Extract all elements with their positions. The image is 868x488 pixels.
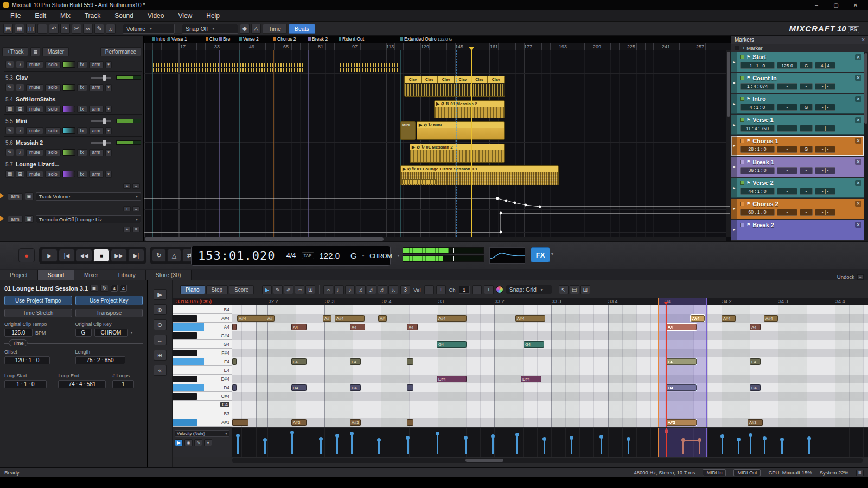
fx-button[interactable]: fx (77, 127, 87, 134)
loop-icon[interactable]: ↻ (100, 285, 108, 292)
midi-in-indicator[interactable]: MIDI In (703, 469, 726, 476)
marker-tempo[interactable]: - (777, 104, 797, 111)
loop-start-field[interactable]: 1 : 1 : 0 (4, 380, 47, 388)
midi-note[interactable]: A#4 (722, 315, 736, 322)
track-layout-icon[interactable]: ≣ (30, 47, 40, 56)
quarter-note-icon[interactable]: ♪ (345, 285, 355, 294)
timeline[interactable]: IntroGVerse 1ChoGBreVerse 2Chorus 2Break… (144, 36, 731, 241)
piano-key-cs4[interactable]: C#4 (173, 392, 232, 401)
marker-delete-button[interactable]: × (855, 117, 861, 123)
playhead[interactable] (471, 50, 472, 237)
piano-icon[interactable]: ▦ (5, 105, 14, 113)
marker-key[interactable]: G (800, 146, 813, 153)
go-end-button[interactable]: ▶| (128, 249, 144, 262)
expand-arrow-icon[interactable]: ▸ (731, 94, 737, 113)
time-stretch-button[interactable]: Time Stretch (4, 309, 72, 317)
arm-button[interactable]: arm (8, 193, 23, 200)
midi-note[interactable]: A4 (291, 324, 307, 330)
track-dropdown-icon[interactable]: ▾ (105, 171, 112, 178)
marker-position[interactable]: 60 : 1 : 0 (740, 209, 775, 216)
timeline-h-scrollbar[interactable] (144, 237, 726, 241)
piano-key-b3[interactable]: B3 (173, 409, 232, 418)
use-project-key-button[interactable]: Use Project Key (75, 296, 143, 305)
midi-note[interactable] (232, 419, 248, 426)
solo-button[interactable]: solo (45, 106, 61, 113)
piano-key-a4[interactable]: A4 (173, 323, 232, 331)
marker-tempo[interactable]: - (777, 167, 797, 174)
maximize-button[interactable]: ▢ (827, 1, 845, 9)
eraser-tool-icon[interactable]: ▱ (295, 285, 304, 294)
track-name[interactable]: Clav (16, 74, 28, 81)
metronome-button[interactable]: △ (167, 249, 181, 262)
midi-note[interactable] (407, 384, 413, 391)
piano-key-gs4[interactable]: G#4 (173, 331, 232, 340)
piano-icon[interactable]: ▦ (5, 170, 14, 178)
loop-button[interactable]: ↻ (152, 249, 166, 262)
whole-note-icon[interactable]: ○ (323, 285, 333, 294)
add-lane-button[interactable]: + (123, 183, 131, 189)
marker-row[interactable]: ▸⚑Chorus 2×60 : 1 : 0--- | - (731, 199, 864, 219)
midi-note[interactable]: F4 (750, 358, 761, 365)
track-dropdown-icon[interactable]: ▾ (105, 61, 112, 68)
velocity-curve-icon[interactable]: ∿ (194, 439, 202, 446)
velocity-stem[interactable] (628, 439, 629, 454)
marker-position[interactable]: 1 : 1 : 0 (740, 62, 775, 69)
velocity-stem[interactable] (320, 439, 322, 454)
pr-playhead-marker[interactable] (664, 302, 668, 305)
new-file-icon[interactable]: ▤ (3, 24, 13, 34)
marker-row[interactable]: ▸⚑Count In×1 : 4 : 874--- | - (731, 73, 864, 93)
use-project-tempo-button[interactable]: Use Project Tempo (4, 296, 72, 305)
minimize-button[interactable]: – (807, 1, 826, 9)
marker-key[interactable]: - (800, 209, 813, 216)
monitor-icon[interactable]: ♪ (16, 84, 24, 91)
editor-tab-score[interactable]: Score (229, 285, 254, 294)
tab-mixer[interactable]: Mixer (74, 270, 108, 280)
velocity-stem[interactable] (750, 435, 751, 454)
midi-note[interactable] (407, 419, 413, 426)
timeline-section-marker[interactable]: Bre (219, 36, 230, 42)
solo-button[interactable]: solo (45, 149, 61, 156)
fx-button[interactable]: fx (77, 61, 87, 68)
beats-mode-button[interactable]: Beats (289, 24, 315, 34)
marker-color-chip[interactable] (740, 118, 744, 122)
mute-button[interactable]: mute (26, 171, 43, 178)
grid-icon[interactable]: ⊞ (16, 105, 24, 113)
velocity-stem[interactable] (738, 440, 739, 454)
channel-value[interactable]: 1 (459, 286, 470, 294)
piano-key-f4[interactable]: F4 (173, 357, 232, 366)
half-note-icon[interactable]: ♩ (334, 285, 344, 294)
clip[interactable]: ▶ ⊘ ↻ 01 Lounge Lizard Session 3.1 (400, 165, 559, 185)
master-track-button[interactable]: Master (42, 47, 69, 56)
velocity-stem[interactable] (378, 440, 380, 454)
velocity-stem[interactable] (407, 438, 409, 454)
sixteenth-note-icon[interactable]: ♬ (367, 285, 376, 294)
pr-playhead[interactable] (666, 305, 667, 427)
velocity-stem[interactable] (264, 440, 266, 454)
marker-color-chip[interactable] (740, 202, 744, 206)
midi-note[interactable]: A# (323, 315, 331, 322)
piano-roll-ruler[interactable]: 33:04.876 (C#5) 32.232.332.43333.233.333… (173, 298, 868, 305)
marker-position[interactable]: 4 : 1 : 0 (740, 104, 775, 111)
color-wheel-icon[interactable] (496, 286, 503, 293)
add-marker-bar[interactable]: + Marker (731, 44, 868, 52)
mute-button[interactable]: mute (26, 106, 43, 113)
master-fx-button[interactable]: FX (531, 247, 550, 262)
track-name[interactable]: Messiah 2 (16, 139, 43, 146)
midi-note[interactable]: D4 (291, 384, 307, 391)
track-name[interactable]: SoftHornStabs (16, 96, 56, 102)
clip[interactable]: Mini (400, 121, 416, 140)
vel-minus-button[interactable]: − (424, 285, 434, 294)
time-display[interactable]: 153:01.020 4/4 TAP 122.0 G ▾ CHROM ▾ (191, 246, 391, 266)
timeline-section-marker[interactable]: Verse 2 (239, 36, 259, 42)
marker-key[interactable]: C (800, 62, 813, 69)
marker-key[interactable]: - (800, 167, 813, 174)
velocity-dropdown-icon[interactable]: ▾ (204, 439, 212, 446)
project-key[interactable]: G (350, 251, 357, 260)
piano-key-g4[interactable]: G4 (173, 340, 232, 349)
timeline-v-scrollbar[interactable] (726, 50, 731, 237)
clip-header[interactable]: ▶ ⊘ ↻ 01 Messiah 2 (410, 144, 504, 150)
solo-button[interactable]: solo (45, 127, 61, 134)
expand-arrow-icon[interactable]: ▸ (731, 115, 737, 134)
midi-note[interactable]: D#4 (521, 376, 541, 382)
clip-header[interactable]: ▶ ⊘ ↻ 01 Messiah 2 (435, 101, 504, 107)
